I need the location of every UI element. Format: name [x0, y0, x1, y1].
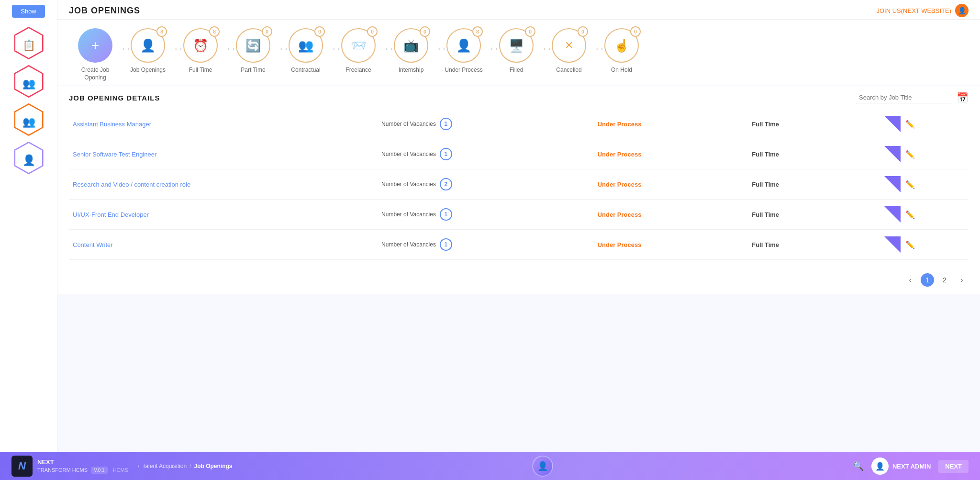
svg-text:👤: 👤	[22, 154, 35, 167]
sidebar-item-3[interactable]: 👥	[12, 103, 45, 136]
edit-button[interactable]: ✏️	[905, 210, 915, 219]
svg-text:📋: 📋	[22, 39, 35, 52]
search-input[interactable]	[855, 92, 951, 103]
action-cell: ✏️	[880, 200, 969, 230]
cat-cancelled-circle: ✕ 0	[552, 28, 586, 63]
action-cell: ✏️	[880, 230, 969, 260]
vacancy-badge: 1	[440, 238, 452, 251]
calendar-icon[interactable]: 📅	[957, 92, 969, 103]
next-button[interactable]: NEXT	[938, 460, 969, 473]
table-row: UI/UX-Front End Developer Number of Vaca…	[69, 200, 969, 230]
page-2-button[interactable]: 2	[938, 273, 951, 287]
cat-full-time[interactable]: ⏰ 8 Full Time	[174, 28, 227, 74]
cat-full-time-circle: ⏰ 8	[183, 28, 218, 63]
vacancies-cell: Number of Vacancies 1	[378, 230, 594, 260]
table-row: Content Writer Number of Vacancies 1 Und…	[69, 230, 969, 260]
bottom-search-icon[interactable]: 🔍	[853, 461, 864, 471]
cat-under-process[interactable]: 👤 8 Under Process	[437, 28, 490, 74]
bottom-center: 👤	[233, 456, 853, 477]
cat-contractual-badge: 0	[314, 26, 325, 37]
table-row: Research and Video / content creation ro…	[69, 169, 969, 200]
sidebar-item-4[interactable]: 👤	[12, 141, 45, 175]
cat-freelance-label: Freelance	[345, 67, 371, 74]
pagination: ‹ 1 2 ›	[57, 266, 980, 294]
vacancy-badge: 1	[440, 118, 452, 130]
cat-part-time-circle: 🔄 0	[236, 28, 270, 63]
view-button[interactable]	[884, 236, 901, 253]
cat-job-openings-badge: 8	[156, 26, 167, 37]
job-title[interactable]: Senior Software Test Engineer	[69, 139, 378, 169]
cat-internship-label: Internship	[399, 67, 424, 74]
show-button[interactable]: Show	[12, 5, 45, 18]
type-cell: Full Time	[748, 200, 880, 230]
type-cell: Full Time	[748, 169, 880, 200]
sidebar-item-2[interactable]: 👥	[12, 65, 45, 98]
status-cell: Under Process	[594, 200, 748, 230]
vacancies-cell: Number of Vacancies 1	[378, 109, 594, 139]
breadcrumb: / Talent Acquisition / Job Openings	[138, 463, 232, 469]
status-cell: Under Process	[594, 169, 748, 200]
cat-part-time-badge: 0	[262, 26, 272, 37]
bottom-right: 🔍 👤 NEXT ADMIN NEXT	[853, 458, 969, 475]
version-badge: V.0.1	[91, 467, 107, 474]
hcms-label: HCMS	[113, 467, 128, 473]
job-title[interactable]: Research and Video / content creation ro…	[69, 169, 378, 200]
cat-on-hold-circle: ☝️ 0	[604, 28, 639, 63]
edit-button[interactable]: ✏️	[905, 240, 915, 249]
cat-create[interactable]: + Create JobOponing	[69, 28, 122, 81]
cat-cancelled[interactable]: ✕ 0 Cancelled	[543, 28, 595, 74]
status-cell: Under Process	[594, 230, 748, 260]
breadcrumb-talent[interactable]: Talent Acquisition	[142, 463, 187, 469]
view-button[interactable]	[884, 206, 901, 223]
logo-letter: N	[11, 456, 33, 477]
details-title: JOB OPENING DETAILS	[69, 94, 160, 102]
cat-full-time-label: Full Time	[189, 67, 212, 74]
type-cell: Full Time	[748, 109, 880, 139]
user-icon-top[interactable]: 👤	[955, 4, 969, 17]
prev-page-button[interactable]: ‹	[903, 273, 917, 287]
action-cell: ✏️	[880, 139, 969, 169]
bottom-admin: 👤 NEXT ADMIN	[871, 458, 931, 475]
logo-text: NEXT TRANSFORM HCMS V.0.1 HCMS	[37, 458, 128, 474]
cat-internship[interactable]: 📺 0 Internship	[385, 28, 437, 74]
breadcrumb-current: Job Openings	[194, 463, 232, 469]
cat-full-time-badge: 8	[209, 26, 220, 37]
next-page-button[interactable]: ›	[955, 273, 969, 287]
details-section: JOB OPENING DETAILS 📅 Assistant Business…	[57, 86, 980, 266]
status-cell: Under Process	[594, 109, 748, 139]
edit-button[interactable]: ✏️	[905, 150, 915, 159]
bottom-user-button[interactable]: 👤	[532, 456, 553, 477]
page-1-button[interactable]: 1	[921, 273, 934, 287]
table-row: Assistant Business Manager Number of Vac…	[69, 109, 969, 139]
join-us-link[interactable]: JOIN US(NEXT WEBSITE)	[877, 7, 952, 14]
cat-job-openings[interactable]: 👤 8 Job Openings	[122, 28, 174, 74]
type-cell: Full Time	[748, 230, 880, 260]
view-button[interactable]	[884, 116, 901, 132]
cat-freelance-circle: 📨 0	[341, 28, 376, 63]
cat-part-time[interactable]: 🔄 0 Part Time	[227, 28, 279, 74]
cat-filled[interactable]: 🖥️ 0 Filled	[490, 28, 543, 74]
edit-button[interactable]: ✏️	[905, 180, 915, 189]
categories-bar: + Create JobOponing 👤 8 Job Openings ⏰ 8…	[57, 20, 980, 85]
action-cell: ✏️	[880, 169, 969, 200]
job-table: Assistant Business Manager Number of Vac…	[69, 109, 969, 260]
cat-freelance[interactable]: 📨 0 Freelance	[332, 28, 385, 74]
action-cell: ✏️	[880, 109, 969, 139]
sidebar-item-1[interactable]: 📋	[12, 26, 45, 60]
cat-create-label: Create JobOponing	[81, 67, 110, 81]
view-button[interactable]	[884, 176, 901, 192]
brand-bottom: TRANSFORM HCMS V.0.1 HCMS	[37, 467, 128, 474]
job-title[interactable]: Content Writer	[69, 230, 378, 260]
details-header: JOB OPENING DETAILS 📅	[69, 92, 969, 103]
job-title[interactable]: UI/UX-Front End Developer	[69, 200, 378, 230]
bottom-bar: N NEXT TRANSFORM HCMS V.0.1 HCMS / Talen…	[0, 452, 980, 480]
bottom-logo: N NEXT TRANSFORM HCMS V.0.1 HCMS	[11, 456, 128, 477]
svg-text:👥: 👥	[22, 115, 35, 128]
cat-contractual[interactable]: 👥 0 Contractual	[279, 28, 332, 74]
top-bar: JOB OPENINGS JOIN US(NEXT WEBSITE) 👤	[57, 0, 980, 20]
edit-button[interactable]: ✏️	[905, 120, 915, 129]
job-title[interactable]: Assistant Business Manager	[69, 109, 378, 139]
cat-on-hold[interactable]: ☝️ 0 On Hold	[595, 28, 648, 74]
view-button[interactable]	[884, 146, 901, 162]
vacancies-cell: Number of Vacancies 1	[378, 139, 594, 169]
